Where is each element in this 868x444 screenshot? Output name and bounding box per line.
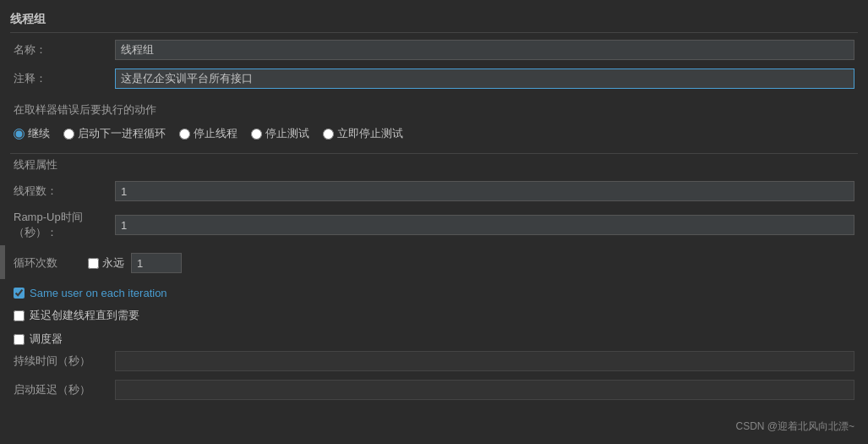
duration-input[interactable] [115, 351, 854, 371]
radio-stop-test-now[interactable]: 立即停止测试 [323, 126, 403, 141]
radio-stop-thread-label: 停止线程 [194, 126, 237, 141]
watermark: CSDN @迎着北风向北漂~ [735, 419, 854, 434]
thread-group-panel: 线程组 名称： 注释： 在取样器错误后要执行的动作 继续 启动下一进程循环 停止… [0, 0, 868, 415]
name-label: 名称： [14, 42, 115, 58]
radio-stop-test-label: 停止测试 [265, 126, 309, 141]
duration-label: 持续时间（秒） [14, 354, 115, 369]
comment-row: 注释： [10, 69, 858, 89]
delay-create-label: 延迟创建线程直到需要 [30, 308, 139, 323]
loop-forever-group: 永远 [88, 255, 124, 271]
startup-delay-label: 启动延迟（秒） [14, 382, 115, 397]
loop-label: 循环次数 [14, 255, 81, 271]
comment-input[interactable] [115, 69, 854, 89]
radio-continue[interactable]: 继续 [14, 126, 50, 141]
thread-count-row: 线程数： [10, 181, 858, 201]
loop-count-input[interactable] [131, 253, 182, 273]
same-user-row: Same user on each iteration [10, 282, 858, 304]
scheduler-row: 调度器 [10, 327, 858, 351]
error-action-radios: 继续 启动下一进程循环 停止线程 停止测试 立即停止测试 [10, 121, 858, 146]
duration-row: 持续时间（秒） [10, 351, 858, 371]
scheduler-checkbox[interactable] [14, 334, 25, 345]
scheduler-label: 调度器 [30, 332, 63, 347]
panel-title: 线程组 [10, 7, 858, 33]
rampup-label: Ramp-Up时间（秒）： [14, 210, 115, 240]
rampup-input[interactable] [115, 215, 854, 235]
same-user-label: Same user on each iteration [30, 287, 167, 299]
thread-props-title: 线程属性 [10, 153, 858, 178]
radio-continue-label: 继续 [28, 126, 50, 141]
loop-row: 循环次数 永远 [10, 249, 858, 277]
radio-stop-test[interactable]: 停止测试 [251, 126, 309, 141]
forever-checkbox[interactable] [88, 258, 99, 269]
same-user-checkbox[interactable] [14, 288, 25, 299]
radio-stop-test-now-label: 立即停止测试 [337, 126, 403, 141]
name-input[interactable] [115, 40, 854, 60]
comment-label: 注释： [14, 71, 115, 86]
error-action-label: 在取样器错误后要执行的动作 [10, 97, 858, 121]
forever-label: 永远 [102, 255, 124, 271]
name-row: 名称： [10, 40, 858, 60]
radio-stop-thread[interactable]: 停止线程 [179, 126, 237, 141]
delay-create-row: 延迟创建线程直到需要 [10, 304, 858, 327]
radio-next-loop-label: 启动下一进程循环 [78, 126, 166, 141]
delay-create-checkbox[interactable] [14, 310, 25, 321]
startup-delay-input[interactable] [115, 380, 854, 400]
startup-delay-row: 启动延迟（秒） [10, 380, 858, 400]
left-marker [0, 245, 5, 279]
radio-next-loop[interactable]: 启动下一进程循环 [63, 126, 166, 141]
thread-count-input[interactable] [115, 181, 854, 201]
thread-count-label: 线程数： [14, 184, 115, 199]
rampup-row: Ramp-Up时间（秒）： [10, 210, 858, 240]
